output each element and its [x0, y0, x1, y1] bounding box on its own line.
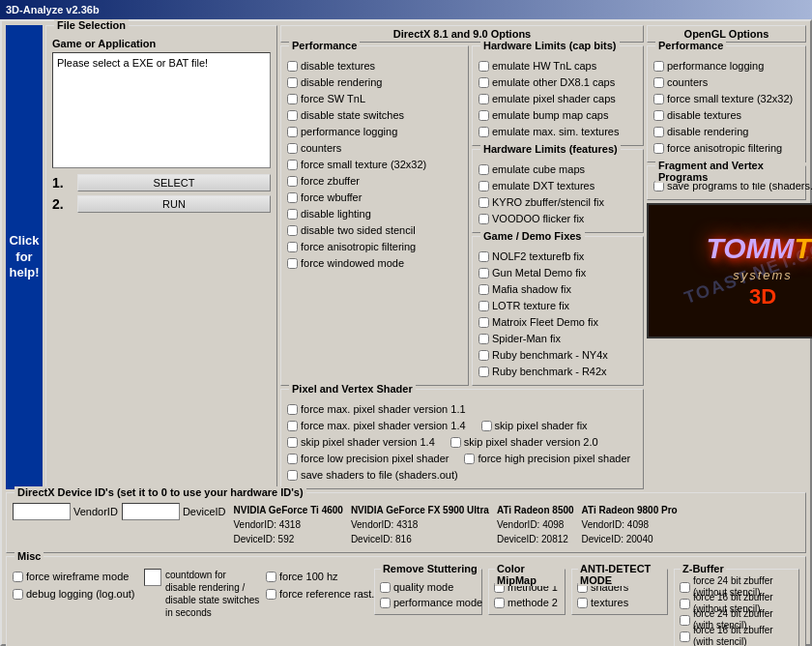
- quality-mode-check[interactable]: [380, 582, 391, 593]
- quality-mode-row: quality mode: [380, 579, 477, 595]
- ogl-perf-check-5[interactable]: [653, 143, 664, 154]
- debug-logging-label: debug logging (log.out): [26, 588, 135, 600]
- ogl-perf-5: force anisotropic filtering: [653, 140, 799, 156]
- perf-check-7[interactable]: [287, 176, 298, 187]
- hw-cap-check-3[interactable]: [478, 110, 489, 121]
- pixel-check-1[interactable]: [287, 421, 298, 431]
- ogl-perf-4: disable rendering: [653, 124, 799, 139]
- hw-feat-check-0[interactable]: [478, 164, 489, 175]
- pixel-check-3[interactable]: [287, 437, 298, 448]
- perf-item-12: force windowed mode: [287, 255, 462, 271]
- pixel-check-0[interactable]: [287, 404, 298, 415]
- anti-detect-panel: ANTI-DETECT MODE shaders textures: [571, 569, 668, 615]
- vendor-id-input[interactable]: [13, 503, 71, 520]
- click-help-panel[interactable]: Clickforhelp!: [6, 25, 43, 489]
- perf-check-9[interactable]: [287, 209, 298, 220]
- device-id-input[interactable]: [122, 503, 180, 520]
- performance-panel: Performance disable textures disable ren…: [280, 45, 469, 386]
- game-fix-check-3[interactable]: [478, 301, 489, 311]
- perf-check-6[interactable]: [287, 160, 298, 170]
- zbuffer-panel: Z-Buffer force 24 bit zbuffer(without st…: [674, 569, 799, 646]
- game-fix-check-0[interactable]: [478, 251, 489, 262]
- zbuffer-check-0[interactable]: [680, 582, 690, 593]
- perf-check-11[interactable]: [287, 242, 298, 252]
- force-100hz-check[interactable]: [266, 572, 276, 582]
- perf-check-2[interactable]: [287, 94, 298, 104]
- color-mipmap-title: Color MipMap: [495, 563, 565, 586]
- hw-cap-check-1[interactable]: [478, 77, 489, 88]
- perf-check-4[interactable]: [287, 127, 298, 137]
- game-fix-check-6[interactable]: [478, 350, 489, 361]
- hw-cap-check-2[interactable]: [478, 94, 489, 104]
- debug-logging-check[interactable]: [13, 589, 23, 600]
- hw-feat-check-2[interactable]: [478, 197, 489, 208]
- hw-cap-check-4[interactable]: [478, 127, 489, 137]
- hw-cap-check-0[interactable]: [478, 61, 489, 72]
- perf-label-2: force SW TnL: [301, 93, 365, 104]
- vendor-device-inputs: VendorID DeviceID: [13, 503, 226, 520]
- ogl-perf-check-2[interactable]: [653, 94, 664, 104]
- logo-main: TOMMTi: [706, 232, 812, 264]
- game-fix-check-5[interactable]: [478, 334, 489, 344]
- opengl-perf-list: performance logging counters force small…: [653, 58, 799, 156]
- color-mipmap-panel: Color MipMap methode 1 methode 2: [488, 569, 566, 615]
- hw-feat-check-3[interactable]: [478, 214, 489, 224]
- pixel-label-7: save shaders to file (shaders.out): [301, 469, 458, 481]
- textures-row: textures: [577, 595, 662, 610]
- perf-check-1[interactable]: [287, 77, 298, 88]
- perf-check-8[interactable]: [287, 192, 298, 203]
- right-section: OpenGL Options Performance performance l…: [647, 25, 806, 489]
- performance-title: Performance: [289, 40, 360, 51]
- perf-item-11: force anisotropic filtering: [287, 239, 462, 254]
- perf-mode-check[interactable]: [380, 598, 391, 608]
- perf-hw-row: Performance disable textures disable ren…: [280, 45, 644, 386]
- perf-item-2: force SW TnL: [287, 91, 462, 106]
- pixel-check-6[interactable]: [464, 454, 475, 464]
- zbuffer-check-3[interactable]: [680, 631, 690, 642]
- game-fixes-title: Game / Demo Fixes: [480, 230, 585, 242]
- zbuffer-check-1[interactable]: [680, 599, 690, 609]
- force-wireframe-check[interactable]: [13, 572, 23, 582]
- game-fix-check-1[interactable]: [478, 268, 489, 279]
- game-fix-check-2[interactable]: [478, 284, 489, 295]
- ogl-perf-check-4[interactable]: [653, 127, 664, 137]
- perf-item-8: force wbuffer: [287, 190, 462, 205]
- ogl-perf-3: disable textures: [653, 107, 799, 123]
- textures-check[interactable]: [577, 598, 588, 608]
- methode2-check[interactable]: [494, 598, 505, 608]
- ogl-perf-check-1[interactable]: [653, 77, 664, 88]
- pixel-label-3: skip pixel shader version 1.4: [301, 436, 435, 448]
- perf-item-3: disable state switches: [287, 107, 462, 123]
- force-ref-check[interactable]: [266, 589, 276, 600]
- run-button[interactable]: RUN: [77, 195, 271, 213]
- bottom-area: DirectX Device ID's (set it to 0 to use …: [6, 492, 806, 646]
- perf-label-4: performance logging: [301, 126, 397, 137]
- zbuffer-check-2[interactable]: [680, 615, 690, 626]
- select-button[interactable]: SELECT: [77, 174, 271, 191]
- remove-stuttering-title: Remove Stuttering: [381, 563, 479, 574]
- pixel-item-5: force low precision pixel shader: [287, 451, 449, 466]
- file-display: Please select a EXE or BAT file!: [52, 52, 271, 168]
- game-fix-check-7[interactable]: [478, 367, 489, 377]
- dev-name-0: NVIDIA GeForce Ti 4600: [234, 505, 343, 515]
- pixel-check-7[interactable]: [287, 470, 298, 481]
- ogl-perf-check-0[interactable]: [653, 61, 664, 72]
- pixel-item-1: force max. pixel shader version 1.4: [287, 418, 466, 433]
- hw-feat-check-1[interactable]: [478, 181, 489, 191]
- perf-check-0[interactable]: [287, 61, 298, 72]
- ogl-perf-check-3[interactable]: [653, 110, 664, 121]
- pixel-check-4[interactable]: [450, 437, 461, 448]
- countdown-input[interactable]: 0: [144, 569, 161, 586]
- textures-label: textures: [591, 597, 628, 608]
- pixel-item-6: force high precision pixel shader: [464, 451, 630, 466]
- perf-check-12[interactable]: [287, 258, 298, 269]
- perf-check-3[interactable]: [287, 110, 298, 121]
- game-fix-label-2: Mafia shadow fix: [492, 283, 571, 295]
- game-fix-check-4[interactable]: [478, 317, 489, 328]
- perf-check-10[interactable]: [287, 225, 298, 236]
- pixel-label-5: force low precision pixel shader: [301, 453, 449, 464]
- game-fix-label-0: NOLF2 texturefb fix: [492, 250, 584, 262]
- pixel-check-5[interactable]: [287, 454, 298, 464]
- perf-check-5[interactable]: [287, 143, 298, 154]
- pixel-check-2[interactable]: [481, 421, 492, 431]
